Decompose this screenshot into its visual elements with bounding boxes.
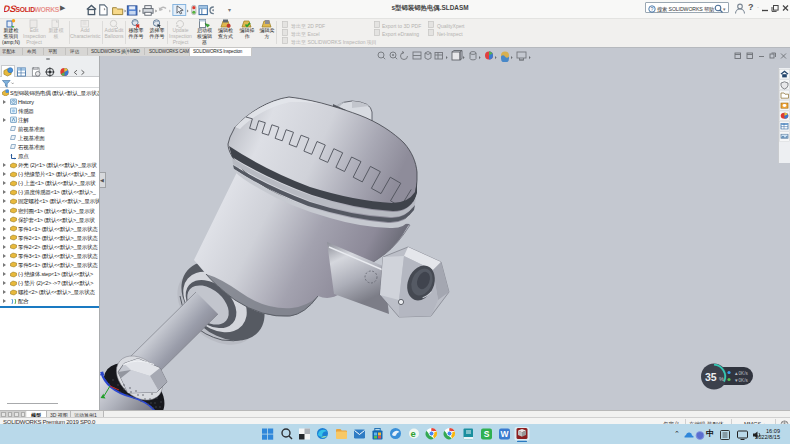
svg-text:e: e — [411, 428, 416, 439]
svg-text:▲0K/s: ▲0K/s — [734, 371, 748, 376]
svg-text:SOLID: SOLID — [16, 6, 36, 13]
svg-text:?: ? — [650, 6, 653, 12]
svg-text:W: W — [500, 429, 509, 439]
svg-text:%: % — [719, 376, 724, 382]
svg-text:S: S — [484, 429, 490, 439]
svg-text:▼0K/s: ▼0K/s — [734, 378, 748, 383]
svg-text:WORKS: WORKS — [35, 6, 60, 13]
svg-text:35: 35 — [705, 371, 717, 383]
